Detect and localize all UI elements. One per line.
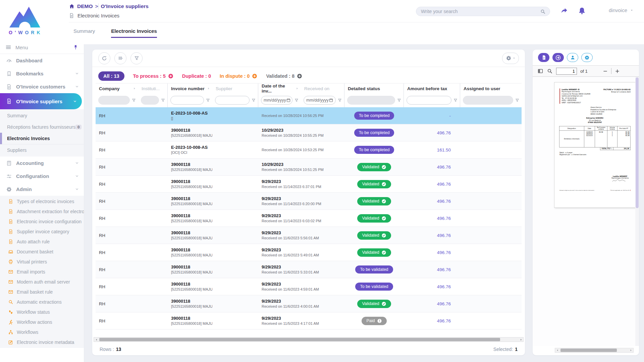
sidebar-subitem-workflows[interactable]: Workflows <box>0 327 84 337</box>
sidebar-item-o-invoice-suppliers[interactable]: O'Invoice suppliers <box>0 93 82 109</box>
sidebar-item-o-invoice-customers[interactable]: O'Invoice customers <box>0 80 84 93</box>
filter-chip-to-process[interactable]: To process : 5 <box>133 73 173 79</box>
filter-funnel-icon[interactable] <box>337 98 342 103</box>
sidebar-subitem-modern-auth-email-server[interactable]: Modern auth email server <box>0 277 84 287</box>
sidebar-subitem-summary[interactable]: Summary <box>0 110 84 121</box>
breadcrumb-section[interactable]: O'Invoice suppliers <box>101 3 149 9</box>
filter-chip-in-dispute[interactable]: In dispute : 0 <box>220 73 257 79</box>
cell-amount[interactable]: 496.76 <box>404 182 460 187</box>
cell-amount[interactable]: 496.76 <box>404 130 460 135</box>
cell-amount[interactable]: 161.50 <box>404 147 460 153</box>
sidebar-item-accounting[interactable]: Accounting <box>0 157 84 170</box>
zoom-out-icon[interactable] <box>602 68 608 74</box>
filter-input[interactable] <box>170 96 204 105</box>
search-input[interactable] <box>420 8 540 14</box>
cell-amount[interactable]: 496.76 <box>404 216 460 221</box>
filter-funnel-icon[interactable] <box>251 98 256 103</box>
preview-settings-button[interactable] <box>581 53 593 62</box>
table-row[interactable]: RH39000118[52251165800018] MAJUSCULE9/29… <box>96 261 522 278</box>
scroll-left-arrow[interactable] <box>94 338 99 342</box>
sidebar-item-configuration[interactable]: Configuration <box>0 170 84 183</box>
filter-chip-all[interactable]: All : 13 <box>98 71 124 81</box>
column-header-instituti-[interactable]: Instituti... <box>138 83 168 94</box>
scroll-left-arrow[interactable] <box>555 348 560 352</box>
search-document-icon[interactable] <box>547 68 553 74</box>
zoom-in-icon[interactable] <box>614 68 620 74</box>
sidebar-subitem-automatic-extractions[interactable]: Automatic extractions <box>0 297 84 307</box>
sidebar-item-dashboard[interactable]: Dashboard <box>0 54 84 67</box>
settings-button[interactable] <box>502 53 519 64</box>
filter-input[interactable] <box>407 96 451 105</box>
table-row[interactable]: RH39000118[52251165800018] MAJUSCULE9/29… <box>96 176 522 193</box>
cell-amount[interactable]: 496.76 <box>404 318 460 323</box>
sidebar-toggle-icon[interactable] <box>537 68 543 74</box>
notifications-bell-icon[interactable] <box>578 7 586 16</box>
pdf-download-button[interactable] <box>538 53 549 62</box>
sidebar-subitem-workflow-status[interactable]: Workflow status <box>0 307 84 317</box>
sidebar-subitem-supplier-invoice-category[interactable]: Supplier invoice category <box>0 227 84 237</box>
table-row[interactable]: RH39000118[52251165800018] MAJUSCULE9/29… <box>96 295 522 312</box>
table-row[interactable]: RH39000118[52251165800018] MAJUSCULE9/29… <box>96 193 522 210</box>
filter-funnel-icon[interactable] <box>515 98 520 103</box>
pdf-page[interactable]: Laetitia WERNERT- EIPsychologue clinicie… <box>554 82 636 208</box>
assign-user-button[interactable] <box>567 53 578 62</box>
cell-amount[interactable]: 496.76 <box>404 301 460 306</box>
tab-electronic-invoices[interactable]: Electronic Invoices <box>111 28 157 38</box>
column-header-company[interactable]: Company <box>96 83 138 94</box>
scrollbar-thumb[interactable] <box>99 338 500 341</box>
table-row[interactable]: RH39000118[52251165800018] MAJUSCULE10/2… <box>96 124 522 141</box>
column-header-date-of-the-inv-[interactable]: Date of the inv... <box>258 83 301 94</box>
columns-button[interactable] <box>114 52 126 64</box>
filter-funnel-icon[interactable] <box>453 98 458 103</box>
date-filter-input[interactable]: mm/dd/yyyy <box>304 96 336 105</box>
filter-funnel-icon[interactable] <box>206 98 210 103</box>
sidebar-subitem-auto-attach-rule[interactable]: Auto attach rule <box>0 237 84 247</box>
sidebar-subitem-suppliers[interactable]: Suppliers <box>0 144 84 156</box>
filter-chip-validated[interactable]: Validated : 8 <box>266 73 302 79</box>
sidebar-subitem-workflow-actions[interactable]: Workflow actions <box>0 317 84 327</box>
scroll-right-arrow[interactable] <box>519 338 523 342</box>
table-row[interactable]: RH39000118[52251165800018] MAJUSCULE9/29… <box>96 210 522 227</box>
search-icon[interactable] <box>540 9 546 14</box>
cell-amount[interactable]: - <box>404 113 460 118</box>
column-header-detailed-status[interactable]: Detailed status <box>344 83 404 94</box>
sidebar-subitem-electronic-invoices[interactable]: Electronic Invoices <box>0 133 84 144</box>
open-document-button[interactable] <box>552 53 564 62</box>
table-row[interactable]: RH39000118[52251165800018] MAJUSCULE10/2… <box>96 159 522 176</box>
user-menu[interactable]: dinvoice <box>609 7 634 13</box>
filter-funnel-icon[interactable] <box>131 98 136 103</box>
cell-amount[interactable]: 496.76 <box>404 233 460 238</box>
filter-funnel-icon[interactable] <box>397 98 401 103</box>
refresh-button[interactable] <box>98 52 110 64</box>
sidebar-subitem-types-of-electronic-invoices[interactable]: Types of electronic invoices <box>0 196 84 206</box>
cell-amount[interactable]: 496.76 <box>404 267 460 272</box>
sidebar-subitem-virtual-printers[interactable]: Virtual printers <box>0 257 84 267</box>
cell-amount[interactable]: 496.76 <box>404 199 460 204</box>
sidebar-subitem-attachment-extraction-for-electronic-invoices[interactable]: Attachment extraction for electronic inv… <box>0 206 84 217</box>
cell-amount[interactable]: 496.76 <box>404 284 460 289</box>
home-icon[interactable] <box>69 3 75 9</box>
sidebar-subitem-document-basket[interactable]: Document basket <box>0 247 84 257</box>
cell-amount[interactable]: 496.76 <box>404 165 460 170</box>
table-row[interactable]: RHE-2023-10-008-AS[]Received on 10/28/20… <box>96 107 522 124</box>
column-header-received-on[interactable]: Received on <box>301 83 344 94</box>
cell-amount[interactable]: 496.76 <box>404 250 460 255</box>
column-header-supplier[interactable]: Supplier <box>212 83 258 94</box>
sidebar-subitem-electronic-invoice-configuration[interactable]: Electronic invoice configuration <box>0 217 84 227</box>
date-filter-input[interactable]: mm/dd/yyyy <box>261 96 292 105</box>
column-header-invoice-number[interactable]: Invoice number <box>168 83 212 94</box>
breadcrumb-home[interactable]: DEMO <box>77 3 93 9</box>
filter-funnel-icon[interactable] <box>161 98 165 103</box>
sidebar-subitem-email-basket-rule[interactable]: Email basket rule <box>0 287 84 297</box>
table-row[interactable]: RH39000118[52251165800018] MAJUSCULE9/29… <box>96 244 522 261</box>
filter-button[interactable] <box>130 52 143 64</box>
table-row[interactable]: RH39000118[52251165800018] MAJUSCULE9/29… <box>96 227 522 244</box>
table-row[interactable]: RHE-2023-10-008-AS[OCI] OCIReceived on 1… <box>96 141 522 159</box>
scroll-right-arrow[interactable] <box>629 348 633 352</box>
pin-icon[interactable] <box>73 45 78 50</box>
filter-input[interactable] <box>215 96 250 105</box>
column-header-assigned-to-user[interactable]: Assigned to user <box>460 83 522 94</box>
filter-funnel-icon[interactable] <box>294 98 299 103</box>
scrollbar-thumb[interactable] <box>560 349 617 352</box>
filter-chip-duplicate[interactable]: Duplicate : 0 <box>182 73 211 79</box>
